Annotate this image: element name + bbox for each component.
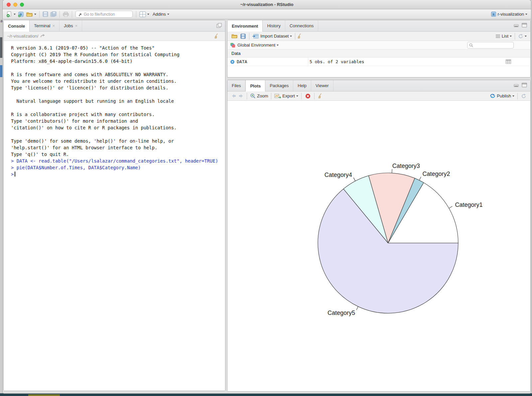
background-dock-bar (0, 393, 532, 396)
console-output-area[interactable]: R version 3.6.1 (2019-07-05) -- "Action … (4, 41, 225, 391)
tab-plots[interactable]: Plots (245, 80, 265, 91)
refresh-plot-icon[interactable] (521, 93, 526, 99)
print-icon (63, 12, 69, 17)
environment-scope-row: Global Environment (227, 41, 530, 50)
background-dock-fragment (28, 394, 60, 396)
workspace-panes-button[interactable] (139, 11, 149, 17)
list-view-dropdown[interactable]: List (495, 34, 512, 39)
toolbar-separator (295, 33, 295, 40)
chevron-down-icon (510, 36, 512, 37)
import-dataset-button[interactable]: Import Dataset (252, 34, 292, 39)
toolbar-separator (39, 11, 40, 18)
tab-terminal[interactable]: Terminal × (30, 20, 60, 31)
project-name: r-visualization (498, 12, 524, 17)
save-all-button[interactable] (50, 11, 57, 17)
tab-help[interactable]: Help (293, 80, 311, 91)
view-data-icon[interactable] (506, 60, 511, 64)
toolbar-separator (314, 93, 315, 99)
expand-object-icon[interactable] (230, 60, 235, 64)
pie-label-Category3: Category3 (392, 163, 420, 169)
tab-label: Terminal (34, 23, 50, 28)
goto-file-box[interactable] (75, 11, 133, 18)
tab-label: Connections (290, 23, 314, 28)
pie-label-Category4: Category4 (325, 172, 352, 178)
tab-console[interactable]: Console (4, 20, 30, 32)
export-plot-button[interactable]: Export (274, 93, 298, 99)
minimize-pane-icon[interactable] (514, 23, 519, 28)
save-workspace-icon[interactable] (240, 34, 246, 39)
new-file-icon (6, 11, 12, 17)
global-environment-dropdown[interactable]: Global Environment (237, 43, 279, 48)
chevron-down-icon (147, 14, 149, 15)
tab-packages[interactable]: Packages (265, 80, 293, 91)
tab-label: Help (298, 83, 307, 88)
toolbar-separator (72, 11, 72, 18)
publish-button[interactable]: Publish (490, 93, 514, 98)
tab-environment[interactable]: Environment (227, 20, 263, 32)
toolbar-separator (60, 11, 60, 18)
environment-search-input[interactable] (474, 43, 512, 48)
tab-label: History (267, 23, 280, 28)
new-project-button[interactable]: R (18, 11, 24, 18)
goto-arrow-icon (78, 12, 82, 16)
console-command: pie(DATA$Number.of.Times, DATA$Category.… (17, 165, 141, 170)
clear-objects-icon[interactable] (297, 33, 303, 39)
data-section-header: Data (227, 50, 530, 58)
global-environment-icon (230, 43, 235, 48)
console-prompt-line[interactable]: > (11, 171, 225, 178)
maximize-pane-icon[interactable] (522, 23, 527, 28)
zoom-plot-button[interactable]: Zoom (250, 93, 268, 99)
addins-menu[interactable]: Addins (151, 12, 169, 17)
previous-plot-icon[interactable] (231, 94, 236, 98)
maximize-pane-icon[interactable] (522, 83, 527, 87)
print-button[interactable] (63, 12, 69, 17)
console-command-line: > pie(DATA$Number.of.Times, DATA$Categor… (11, 164, 225, 171)
tab-files[interactable]: Files (227, 80, 245, 91)
tab-history[interactable]: History (263, 20, 285, 31)
pie-label-tick (449, 206, 452, 208)
list-label: List (502, 34, 508, 39)
tab-label: Files (232, 83, 241, 88)
plot-display-area: Category1Category2Category3Category4Cate… (227, 101, 530, 391)
chevron-down-icon (34, 14, 36, 15)
remove-plot-icon[interactable] (305, 93, 311, 99)
next-plot-icon[interactable] (239, 94, 243, 98)
close-icon[interactable]: × (52, 23, 55, 28)
project-menu[interactable]: R r-visualization (491, 11, 527, 17)
clear-plots-icon[interactable] (318, 93, 324, 99)
goto-file-input[interactable] (84, 12, 130, 17)
background-window-fragment (0, 37, 2, 58)
toolbar-separator (271, 93, 271, 99)
console-startup-text: R version 3.6.1 (2019-07-05) -- "Action … (11, 45, 225, 158)
open-folder-icon (26, 12, 33, 17)
console-pane: Console Terminal × Jobs × ~/r-visualizat… (3, 20, 225, 391)
tab-jobs[interactable]: Jobs × (60, 20, 82, 31)
chevron-down-icon (14, 14, 16, 15)
rstudio-window: ~/r-visualization - RStudio R (3, 0, 531, 393)
minimize-pane-icon[interactable] (514, 83, 519, 87)
save-button[interactable] (43, 11, 48, 17)
maximize-pane-icon[interactable] (216, 23, 222, 28)
close-icon[interactable]: × (75, 23, 77, 28)
open-file-button[interactable] (26, 12, 36, 17)
open-in-window-icon[interactable] (40, 34, 45, 38)
tab-viewer[interactable]: Viewer (311, 80, 333, 91)
toolbar-separator (247, 93, 247, 99)
plots-tabstrip: Files Plots Packages Help Viewer (227, 80, 530, 91)
console-command: DATA <- read.table("/Users/lsalazar/comm… (17, 158, 218, 164)
title-bar[interactable]: ~/r-visualization - RStudio (3, 0, 531, 9)
environment-pane: Environment History Connections Import D… (227, 20, 531, 77)
refresh-environment-button[interactable] (518, 34, 527, 39)
background-window-fragment (0, 65, 2, 77)
export-label: Export (282, 93, 295, 98)
zoom-magnifier-icon (250, 93, 256, 99)
load-workspace-icon[interactable] (231, 34, 238, 39)
toolbar-separator (517, 93, 518, 99)
clear-console-icon[interactable] (214, 33, 220, 39)
tab-connections[interactable]: Connections (285, 20, 318, 31)
new-file-button[interactable] (6, 11, 16, 17)
toolbar-separator (515, 33, 515, 40)
object-row-DATA[interactable]: DATA 5 obs. of 2 variables (227, 58, 530, 66)
working-directory: ~/r-visualization/ (7, 34, 38, 39)
environment-search-box[interactable] (467, 42, 514, 49)
